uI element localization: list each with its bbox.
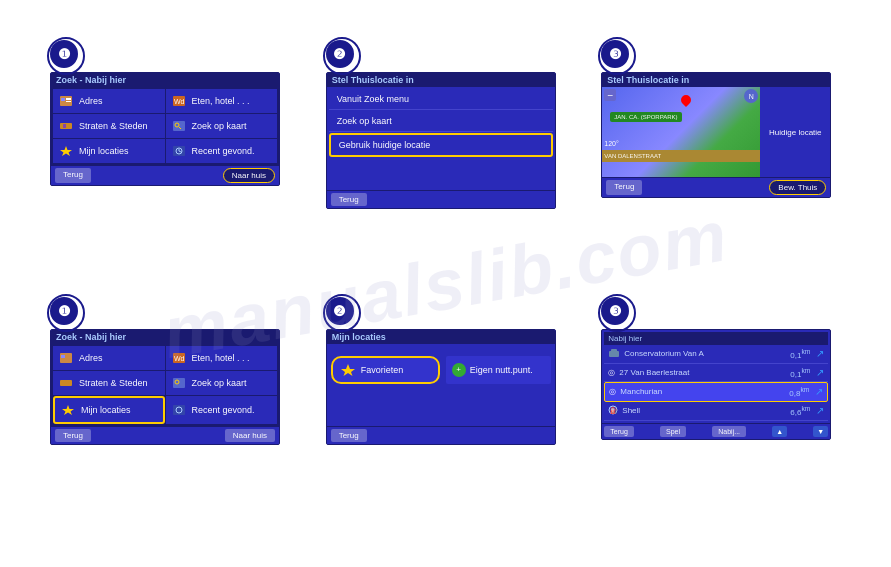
nearby-item-1[interactable]: ◎ 27 Van Baerlestraat 0,1km ↗: [604, 364, 828, 383]
menu-item-gebruik[interactable]: Gebruik huidige locatie: [329, 133, 553, 157]
nearby-name-1: 27 Van Baerlestraat: [619, 368, 786, 377]
eigen-item[interactable]: + Eigen nutt.punt.: [446, 356, 551, 384]
back-btn-1-3[interactable]: Terug: [606, 180, 642, 195]
map-search-icon-2: [170, 376, 188, 390]
map-street: VAN DALENSTRAAT: [602, 150, 760, 162]
nav-item-zoek-label-2: Zoek op kaart: [192, 378, 247, 388]
nearby-icon-0: [608, 348, 620, 360]
nearby-item-3[interactable]: ⛽ Shell 6,6km ↗: [604, 402, 828, 421]
eigen-label: Eigen nutt.punt.: [470, 365, 533, 375]
zoom-minus-btn[interactable]: −: [604, 89, 616, 101]
address-icon-2: [57, 351, 75, 365]
bew-thuis-btn[interactable]: Bew. Thuis: [769, 180, 826, 195]
svg-marker-26: [341, 364, 355, 376]
svg-text:Wd: Wd: [174, 98, 185, 105]
favorites-star-icon: [339, 362, 357, 378]
nav-item-adres-2[interactable]: Adres: [53, 346, 165, 370]
map-search-icon: [170, 119, 188, 133]
nearby-item-2[interactable]: ◎ Manchurian 0,8km ↗: [604, 382, 828, 402]
nav-item-eten-1[interactable]: Wd Eten, hotel . . .: [166, 89, 278, 113]
nav-item-recent-2[interactable]: Recent gevond.: [166, 396, 278, 424]
nav-item-straten-label-2: Straten & Steden: [79, 378, 148, 388]
svg-rect-20: [60, 380, 72, 386]
nav-item-zoek-1[interactable]: Zoek op kaart: [166, 114, 278, 138]
svg-text:⛽: ⛽: [610, 407, 618, 415]
screen-title-1-1: Zoek - Nabij hier: [51, 73, 279, 87]
back-btn-2-1[interactable]: Terug: [55, 429, 91, 442]
nav-footer-1-3: Terug Bew. Thuis: [602, 177, 830, 197]
spel-btn[interactable]: Spel: [660, 426, 686, 437]
nav-item-mijn-1[interactable]: Mijn locaties: [53, 139, 165, 163]
down-btn[interactable]: ▼: [813, 426, 828, 437]
map-sidebar-1-3: Huidige locatie: [760, 87, 830, 177]
nav-footer-1-2: Terug: [327, 190, 555, 208]
nearby-name-3: Shell: [622, 406, 786, 415]
sidebar-text: Huidige locatie: [769, 128, 821, 137]
step-badge-6: ❸: [601, 297, 629, 325]
nav-footer-2-2: Terug: [327, 426, 555, 444]
nearby-arrow-1: ↗: [816, 367, 824, 378]
step-2-2: ❷ Mijn locaties Favorieten + Eigen nutt.…: [326, 297, 586, 538]
back-btn-1-2[interactable]: Terug: [331, 193, 367, 206]
streets-icon: [57, 119, 75, 133]
back-btn-1-1[interactable]: Terug: [55, 168, 91, 183]
screen-1-1: Zoek - Nabij hier Adres Wd Eten, hotel .…: [50, 72, 280, 186]
screen-1-2: Stel Thuislocatie in Vanuit Zoek menu Zo…: [326, 72, 556, 209]
star-icon-1: [57, 144, 75, 158]
favorieten-item[interactable]: Favorieten: [331, 356, 440, 384]
nearby-dist-3: 6,6km: [790, 405, 810, 417]
recent-icon-2: [170, 403, 188, 417]
step-badge-1: ❶: [50, 40, 78, 68]
nearby-icon-1: ◎: [608, 368, 615, 377]
svg-rect-1: [61, 98, 65, 101]
nearby-dist-2: 0,8km: [789, 386, 809, 398]
streets-icon-2: [57, 376, 75, 390]
nearby-arrow-0: ↗: [816, 348, 824, 359]
nav-map-1-3: − N JAN. CA. (SPORPARK) 120° VAN DALENST…: [602, 87, 830, 177]
menu-item-zoek-kaart[interactable]: Zoek op kaart: [329, 111, 553, 132]
nav-item-adres-label: Adres: [79, 96, 103, 106]
step-1-2: ❷ Stel Thuislocatie in Vanuit Zoek menu …: [326, 40, 586, 281]
nav-item-mijn-2[interactable]: Mijn locaties: [53, 396, 165, 424]
nearby-name-0: Conservatorium Van A: [624, 349, 786, 358]
screen-2-3: Nabij hier Conservatorium Van A 0,1km ↗ …: [601, 329, 831, 440]
favorieten-label: Favorieten: [361, 365, 404, 375]
screen-title-2-1: Zoek - Nabij hier: [51, 330, 279, 344]
step-badge-4: ❶: [50, 297, 78, 325]
nearby-icon-2: ◎: [609, 387, 616, 396]
star-icon-2: [59, 403, 77, 417]
screen-title-2-2: Mijn locaties: [327, 330, 555, 344]
menu-item-vanuit[interactable]: Vanuit Zoek menu: [329, 89, 553, 110]
recent-icon-1: [170, 144, 188, 158]
map-location-label: JAN. CA. (SPORPARK): [610, 112, 681, 122]
nearby-item-0[interactable]: Conservatorium Van A 0,1km ↗: [604, 345, 828, 364]
nearby-back-btn[interactable]: Terug: [604, 426, 634, 437]
nav-item-recent-1[interactable]: Recent gevond.: [166, 139, 278, 163]
food-icon-2: Wd: [170, 351, 188, 365]
nav-menu-1-2: Vanuit Zoek menu Zoek op kaart Gebruik h…: [327, 87, 555, 190]
naar-huis-btn-2-1[interactable]: Naar huis: [225, 429, 275, 442]
nearby-arrow-2: ↗: [815, 386, 823, 397]
nav-item-zoek-2[interactable]: Zoek op kaart: [166, 371, 278, 395]
nav-item-adres-1[interactable]: Adres: [53, 89, 165, 113]
up-btn[interactable]: ▲: [772, 426, 787, 437]
nav-footer-2-1: Terug Naar huis: [51, 426, 279, 444]
nabij-btn[interactable]: Nabij...: [712, 426, 746, 437]
back-btn-2-2[interactable]: Terug: [331, 429, 367, 442]
nav-footer-1-1: Terug Naar huis: [51, 165, 279, 185]
naar-huis-btn-1-1[interactable]: Naar huis: [223, 168, 275, 183]
nav-item-straten-2[interactable]: Straten & Steden: [53, 371, 165, 395]
nearby-arrow-3: ↗: [816, 405, 824, 416]
nav-item-eten-2[interactable]: Wd Eten, hotel . . .: [166, 346, 278, 370]
nav-item-mijn-label: Mijn locaties: [79, 146, 129, 156]
nav-grid-2-1: Adres Wd Eten, hotel . . . Straten & Ste…: [51, 344, 279, 426]
screen-1-3: Stel Thuislocatie in − N JAN. CA. (SPORP…: [601, 72, 831, 198]
nav-item-straten-1[interactable]: Straten & Steden: [53, 114, 165, 138]
step-2-3: ❸ Nabij hier Conservatorium Van A 0,1km …: [601, 297, 861, 538]
svg-text:Wd: Wd: [174, 355, 185, 362]
map-pin: [679, 93, 693, 107]
nav-item-straten-label: Straten & Steden: [79, 121, 148, 131]
svg-rect-3: [66, 101, 71, 102]
map-degree: 120°: [604, 140, 618, 147]
step-1-1: ❶ Zoek - Nabij hier Adres Wd Eten, hotel…: [50, 40, 310, 281]
